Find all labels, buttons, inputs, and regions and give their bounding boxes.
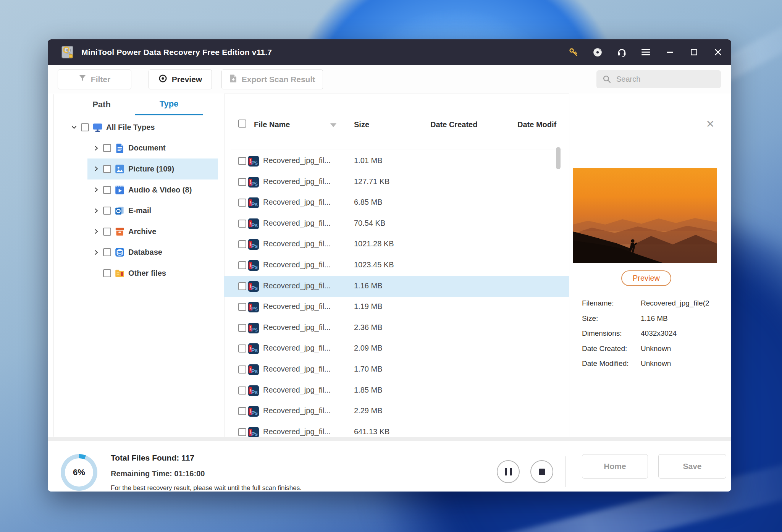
file-size: 1.85 MB bbox=[354, 386, 382, 395]
column-date-modified[interactable]: Date Modif bbox=[517, 120, 556, 129]
row-checkbox[interactable] bbox=[238, 344, 246, 353]
chevron-right-icon[interactable] bbox=[93, 228, 100, 235]
detail-row: Filename:Recovered_jpg_file(2 bbox=[582, 299, 725, 314]
close-icon[interactable] bbox=[713, 47, 723, 57]
row-checkbox[interactable] bbox=[238, 220, 246, 228]
chevron-right-icon[interactable] bbox=[93, 165, 100, 172]
tree-item-database[interactable]: Database bbox=[87, 242, 218, 263]
tree-item-all-file-types[interactable]: All File Types bbox=[65, 117, 218, 138]
chevron-right-icon[interactable] bbox=[93, 207, 100, 214]
column-date-created[interactable]: Date Created bbox=[430, 120, 477, 129]
tab-type[interactable]: Type bbox=[135, 94, 203, 115]
select-all-checkbox[interactable] bbox=[238, 120, 246, 128]
export-scan-result-button[interactable]: Export Scan Result bbox=[221, 70, 323, 89]
file-row[interactable]: !PsRecovered_jpg_fil...2.09 MB bbox=[224, 338, 569, 359]
row-checkbox[interactable] bbox=[238, 303, 246, 311]
row-checkbox[interactable] bbox=[238, 178, 246, 186]
panel-close-icon[interactable]: ✕ bbox=[705, 120, 715, 129]
file-row[interactable]: !PsRecovered_jpg_fil...6.85 MB bbox=[224, 192, 569, 213]
support-headset-icon[interactable] bbox=[617, 47, 627, 57]
file-row[interactable]: !PsRecovered_jpg_fil...1.19 MB bbox=[224, 297, 569, 318]
chevron-right-icon[interactable] bbox=[93, 145, 100, 152]
filter-button[interactable]: Filter bbox=[58, 70, 131, 89]
file-size: 1.19 MB bbox=[354, 302, 382, 311]
file-row[interactable]: !PsRecovered_jpg_fil...2.29 MB bbox=[224, 401, 569, 422]
row-checkbox[interactable] bbox=[238, 407, 246, 415]
photoshop-file-icon: !Ps bbox=[248, 406, 259, 417]
file-row[interactable]: !PsRecovered_jpg_fil...1023.45 KB bbox=[224, 255, 569, 276]
checkbox[interactable] bbox=[81, 123, 89, 131]
row-checkbox[interactable] bbox=[238, 199, 246, 207]
stop-button[interactable] bbox=[530, 460, 553, 483]
tab-path[interactable]: Path bbox=[77, 94, 126, 115]
sort-indicator-icon[interactable] bbox=[330, 123, 336, 127]
file-name: Recovered_jpg_fil... bbox=[263, 386, 331, 395]
home-button[interactable]: Home bbox=[582, 454, 648, 479]
export-label: Export Scan Result bbox=[242, 75, 315, 84]
scrollbar-thumb[interactable] bbox=[556, 147, 561, 169]
status-bar: 6% Total Files Found: 117 Remaining Time… bbox=[48, 441, 731, 492]
file-row[interactable]: !PsRecovered_jpg_fil...70.54 KB bbox=[224, 213, 569, 234]
search-input[interactable] bbox=[596, 70, 721, 88]
row-checkbox[interactable] bbox=[238, 261, 246, 269]
preview-image-button[interactable]: Preview bbox=[621, 270, 671, 286]
file-row[interactable]: !PsRecovered_jpg_fil...1021.28 KB bbox=[224, 234, 569, 255]
file-name: Recovered_jpg_fil... bbox=[263, 260, 331, 269]
checkbox[interactable] bbox=[103, 248, 111, 256]
video-icon bbox=[115, 185, 125, 195]
save-button[interactable]: Save bbox=[658, 454, 726, 479]
tree-item-label: Archive bbox=[128, 227, 156, 236]
row-checkbox[interactable] bbox=[238, 365, 246, 374]
tree-item-other-files[interactable]: Other files bbox=[87, 263, 218, 284]
minimize-icon[interactable] bbox=[665, 47, 675, 57]
row-checkbox[interactable] bbox=[238, 157, 246, 165]
file-name: Recovered_jpg_fil... bbox=[263, 323, 331, 332]
checkbox[interactable] bbox=[103, 144, 111, 152]
license-key-icon[interactable] bbox=[569, 47, 578, 57]
filter-label: Filter bbox=[91, 75, 110, 84]
checkbox[interactable] bbox=[103, 269, 111, 277]
tree-item-e-mail[interactable]: E-mail bbox=[87, 200, 218, 221]
total-files-value: 117 bbox=[181, 453, 194, 462]
chevron-right-icon[interactable] bbox=[93, 186, 100, 193]
photoshop-file-icon: !Ps bbox=[248, 323, 259, 333]
file-size: 1.16 MB bbox=[354, 281, 382, 290]
row-checkbox[interactable] bbox=[238, 282, 246, 290]
file-row[interactable]: !PsRecovered_jpg_fil...2.36 MB bbox=[224, 318, 569, 339]
file-row[interactable]: !PsRecovered_jpg_fil...1.16 MB bbox=[224, 276, 569, 297]
file-row[interactable]: !PsRecovered_jpg_fil...127.71 KB bbox=[224, 172, 569, 193]
tree-item-document[interactable]: Document bbox=[87, 138, 218, 159]
row-checkbox[interactable] bbox=[238, 240, 246, 248]
checkbox[interactable] bbox=[103, 207, 111, 215]
chevron-down-icon[interactable] bbox=[71, 124, 78, 131]
file-row[interactable]: !PsRecovered_jpg_fil...1.01 MB bbox=[224, 151, 569, 172]
preview-button[interactable]: Preview bbox=[149, 70, 212, 89]
row-checkbox[interactable] bbox=[238, 428, 246, 436]
menu-icon[interactable] bbox=[641, 47, 651, 57]
language-disc-icon[interactable] bbox=[593, 47, 603, 57]
tree-item-label: E-mail bbox=[128, 206, 151, 215]
column-file-name[interactable]: File Name bbox=[254, 120, 290, 129]
file-row[interactable]: !PsRecovered_jpg_fil...641.13 KB bbox=[224, 422, 569, 437]
row-checkbox[interactable] bbox=[238, 324, 246, 332]
tree-item-picture-109[interactable]: Picture (109) bbox=[87, 158, 218, 179]
chevron-right-icon[interactable] bbox=[93, 249, 100, 256]
checkbox[interactable] bbox=[103, 186, 111, 194]
photoshop-file-icon: !Ps bbox=[248, 281, 259, 292]
window-title: MiniTool Power Data Recovery Free Editio… bbox=[81, 48, 272, 57]
row-checkbox[interactable] bbox=[238, 386, 246, 395]
column-size[interactable]: Size bbox=[354, 120, 369, 129]
file-name: Recovered_jpg_fil... bbox=[263, 198, 331, 207]
tree-item-label: Document bbox=[128, 144, 166, 152]
toolbar: Filter Preview Export Scan Result bbox=[48, 65, 731, 94]
file-row[interactable]: !PsRecovered_jpg_fil...1.70 MB bbox=[224, 359, 569, 380]
scan-note: For the best recovery result, please wai… bbox=[111, 484, 302, 492]
pause-button[interactable] bbox=[497, 460, 520, 483]
tree-item-archive[interactable]: Archive bbox=[87, 221, 218, 242]
file-row[interactable]: !PsRecovered_jpg_fil...1.85 MB bbox=[224, 380, 569, 401]
tree-item-audio-video-8[interactable]: Audio & Video (8) bbox=[87, 179, 218, 201]
checkbox[interactable] bbox=[103, 165, 111, 173]
file-list: File Name Size Date Created Date Modif !… bbox=[224, 94, 569, 437]
maximize-icon[interactable] bbox=[689, 47, 699, 57]
checkbox[interactable] bbox=[103, 228, 111, 236]
